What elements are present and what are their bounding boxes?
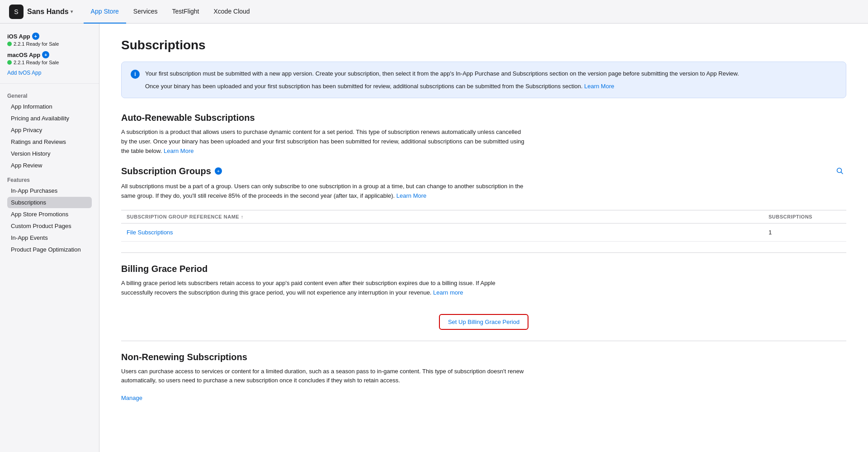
sidebar-general-title: General bbox=[7, 93, 92, 99]
ios-status-dot bbox=[7, 42, 12, 46]
sidebar-macos-app: macOS App + 2.2.1 Ready for Sale bbox=[7, 51, 92, 65]
billing-grace-section: Billing Grace Period A billing grace per… bbox=[121, 264, 846, 330]
non-renewing-desc: Users can purchase access to services or… bbox=[121, 367, 528, 386]
subscription-groups-title: Subscription Groups bbox=[121, 166, 211, 176]
sidebar-item-version-history[interactable]: Version History bbox=[7, 148, 92, 159]
sidebar-item-subscriptions[interactable]: Subscriptions bbox=[7, 197, 92, 208]
sidebar-item-product-page-optimization[interactable]: Product Page Optimization bbox=[7, 244, 92, 255]
sidebar-item-in-app-events[interactable]: In-App Events bbox=[7, 232, 92, 243]
set-up-btn-container: Set Up Billing Grace Period bbox=[121, 307, 846, 330]
table-col-subscriptions: SUBSCRIPTIONS bbox=[769, 214, 841, 219]
auto-renewable-desc: A subscription is a product that allows … bbox=[121, 128, 528, 156]
layout: iOS App + 2.2.1 Ready for Sale macOS App… bbox=[0, 24, 868, 452]
table-row: File Subscriptions 1 bbox=[121, 224, 846, 242]
divider-1 bbox=[121, 252, 846, 253]
nav-xcode-cloud[interactable]: Xcode Cloud bbox=[206, 0, 257, 24]
sidebar-item-in-app-purchases[interactable]: In-App Purchases bbox=[7, 185, 92, 196]
macos-app-add-btn[interactable]: + bbox=[42, 51, 49, 58]
sidebar-features-section: Features In-App Purchases Subscriptions … bbox=[0, 173, 99, 257]
sidebar-item-app-privacy[interactable]: App Privacy bbox=[7, 124, 92, 136]
subscription-groups-table-header: SUBSCRIPTION GROUP REFERENCE NAME ↑ SUBS… bbox=[121, 210, 846, 224]
sidebar-ios-app: iOS App + 2.2.1 Ready for Sale bbox=[7, 33, 92, 47]
sidebar: iOS App + 2.2.1 Ready for Sale macOS App… bbox=[0, 24, 99, 452]
nav-app-store[interactable]: App Store bbox=[84, 0, 126, 24]
set-up-billing-grace-btn[interactable]: Set Up Billing Grace Period bbox=[439, 314, 528, 330]
top-nav: S Sans Hands ▾ App Store Services TestFl… bbox=[0, 0, 868, 24]
ios-app-add-btn[interactable]: + bbox=[32, 33, 39, 40]
auto-renewable-title: Auto-Renewable Subscriptions bbox=[121, 113, 846, 123]
sidebar-item-custom-product-pages[interactable]: Custom Product Pages bbox=[7, 220, 92, 232]
macos-app-status: 2.2.1 Ready for Sale bbox=[7, 60, 92, 65]
subscription-groups-title-row: Subscription Groups + bbox=[121, 166, 222, 176]
info-banner-text: Your first subscription must be submitte… bbox=[145, 69, 739, 90]
app-name-label[interactable]: Sans Hands ▾ bbox=[27, 8, 73, 16]
sidebar-features-title: Features bbox=[7, 177, 92, 183]
macos-app-name: macOS App + bbox=[7, 51, 92, 58]
info-icon: i bbox=[131, 70, 140, 79]
file-subscriptions-count: 1 bbox=[769, 229, 841, 236]
non-renewing-manage-link[interactable]: Manage bbox=[121, 395, 142, 401]
sidebar-item-pricing-availability[interactable]: Pricing and Availability bbox=[7, 113, 92, 124]
subscription-groups-header: Subscription Groups + bbox=[121, 165, 846, 177]
app-logo: S Sans Hands ▾ bbox=[9, 5, 73, 19]
subscription-groups-add-btn[interactable]: + bbox=[215, 167, 222, 175]
app-name-chevron-icon: ▾ bbox=[71, 9, 73, 14]
add-tvos-link[interactable]: Add tvOS App bbox=[7, 70, 92, 76]
billing-grace-title: Billing Grace Period bbox=[121, 264, 846, 274]
ios-app-name: iOS App + bbox=[7, 33, 92, 40]
sidebar-item-app-review[interactable]: App Review bbox=[7, 160, 92, 171]
nav-links: App Store Services TestFlight Xcode Clou… bbox=[84, 0, 257, 24]
svg-line-1 bbox=[841, 172, 843, 174]
sidebar-general-section: General App Information Pricing and Avai… bbox=[0, 89, 99, 173]
sidebar-item-ratings-reviews[interactable]: Ratings and Reviews bbox=[7, 136, 92, 147]
divider-2 bbox=[121, 341, 846, 341]
file-subscriptions-link[interactable]: File Subscriptions bbox=[127, 229, 769, 236]
sidebar-item-app-information[interactable]: App Information bbox=[7, 101, 92, 112]
ios-app-status: 2.2.1 Ready for Sale bbox=[7, 41, 92, 47]
macos-status-dot bbox=[7, 60, 12, 65]
main-content: Subscriptions i Your first subscription … bbox=[99, 24, 868, 452]
table-col-name: SUBSCRIPTION GROUP REFERENCE NAME ↑ bbox=[127, 214, 769, 219]
non-renewing-title: Non-Renewing Subscriptions bbox=[121, 352, 846, 362]
info-banner-learn-more[interactable]: Learn More bbox=[584, 83, 614, 90]
billing-grace-learn-more[interactable]: Learn more bbox=[433, 289, 463, 296]
subscription-groups-desc: All subscriptions must be a part of a gr… bbox=[121, 182, 528, 201]
nav-testflight[interactable]: TestFlight bbox=[165, 0, 207, 24]
sidebar-apps-section: iOS App + 2.2.1 Ready for Sale macOS App… bbox=[0, 33, 99, 84]
info-banner: i Your first subscription must be submit… bbox=[121, 62, 846, 98]
nav-services[interactable]: Services bbox=[126, 0, 165, 24]
page-title: Subscriptions bbox=[121, 38, 846, 52]
sidebar-item-app-store-promotions[interactable]: App Store Promotions bbox=[7, 209, 92, 220]
subscription-groups-search-btn[interactable] bbox=[834, 165, 846, 177]
billing-grace-desc: A billing grace period lets subscribers … bbox=[121, 279, 528, 298]
app-logo-icon: S bbox=[9, 5, 24, 19]
subscription-groups-learn-more[interactable]: Learn More bbox=[396, 192, 426, 199]
auto-renewable-learn-more[interactable]: Learn More bbox=[164, 147, 193, 154]
